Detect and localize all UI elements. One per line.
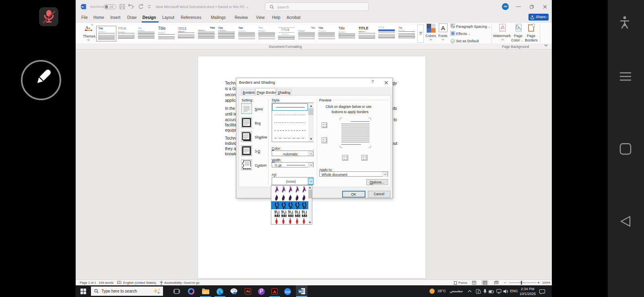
svg-text:w: w: [81, 5, 84, 8]
svg-text:A: A: [85, 25, 89, 30]
svg-text:a: a: [89, 26, 91, 30]
svg-text:zoom: zoom: [285, 291, 290, 293]
svg-text:W: W: [299, 290, 302, 293]
